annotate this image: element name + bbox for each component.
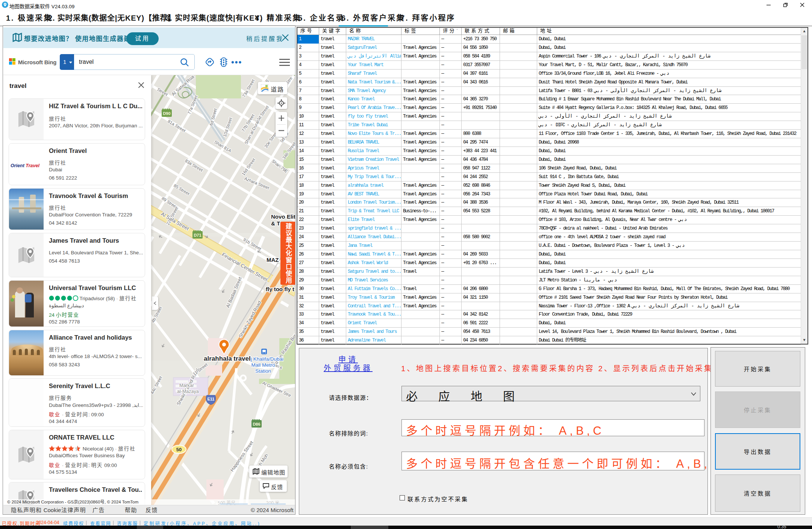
svg-text:Mall Metro: Mall Metro [251,362,275,368]
svg-text:Novo Elit: Novo Elit [271,213,295,220]
svg-text:al-Mazaya: al-Mazaya [177,389,199,394]
svg-text:& T: & T [271,220,280,227]
svg-text:fly too fly t: fly too fly t [266,286,294,292]
svg-text:D71: D71 [194,233,201,237]
svg-text:Markar: Markar [179,383,194,388]
svg-text:D90: D90 [163,111,170,116]
svg-text:alrahhala travel: alrahhala travel [204,355,251,362]
svg-text:50: 50 [176,447,182,452]
svg-text:Station: Station [255,368,271,374]
svg-text:D86: D86 [253,422,260,426]
svg-text:MAZ: MAZ [267,257,279,263]
svg-text:E11: E11 [208,397,215,401]
